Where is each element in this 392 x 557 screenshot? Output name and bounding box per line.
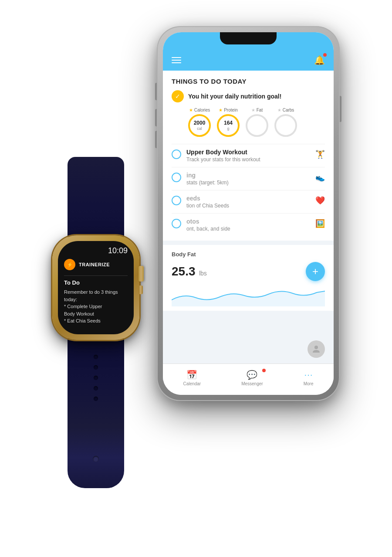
photo-icon: 🖼️ <box>315 219 325 228</box>
calendar-icon: 📅 <box>186 370 197 380</box>
scene: 🔔 THINGS TO DO TODAY ✓ You hit your dail… <box>0 0 392 557</box>
band-holes <box>68 336 124 401</box>
watch-crown-button[interactable] <box>139 285 143 294</box>
watch-app-name: TRAINERIZE <box>79 262 110 267</box>
watch-divider <box>64 275 128 276</box>
todo-chia-title: eeds <box>186 195 310 202</box>
phone-wrapper: 🔔 THINGS TO DO TODAY ✓ You hit your dail… <box>157 26 340 401</box>
band-hole <box>94 355 98 359</box>
nav-more[interactable]: ⋯ More <box>304 370 314 386</box>
star-icon: ★ <box>189 108 193 112</box>
nav-messenger-label: Messenger <box>241 381 263 386</box>
wave-chart <box>172 285 325 306</box>
todo-chia-text: eeds tion of Chia Seeds <box>186 195 310 209</box>
todo-photos-text: otos ont, back, and side <box>186 218 310 232</box>
trainerize-logo: ⚡ <box>64 259 75 270</box>
todo-workout-title: Upper Body Workout <box>186 149 310 156</box>
macro-protein-value: 164 <box>224 120 233 126</box>
shoe-icon: 👟 <box>315 173 325 182</box>
todo-title: THINGS TO DO TODAY <box>172 78 325 85</box>
todo-circle-icon <box>172 149 181 159</box>
menu-icon[interactable] <box>172 57 181 63</box>
band-hole <box>94 376 98 380</box>
watch-case: 10:09 ⚡ TRAINERIZE To Do <box>52 235 139 340</box>
macro-calories: ★ Calories 2000 cal <box>188 108 211 137</box>
messenger-badge <box>262 369 266 372</box>
bell-badge <box>323 53 327 57</box>
body-fat-section: Body Fat 25.3 lbs + <box>163 245 334 311</box>
macro-calories-label: Calories <box>194 108 210 112</box>
bottom-nav: 📅 Calendar 💬 Messenger ⋯ More <box>163 363 334 395</box>
body-fat-unit: lbs <box>199 270 207 277</box>
body-fat-row: 25.3 lbs + <box>172 262 325 281</box>
band-hole <box>94 397 98 401</box>
macro-fat: ★ Fat <box>246 108 268 137</box>
more-icon: ⋯ <box>304 370 313 380</box>
watch-app-row: ⚡ TRAINERIZE <box>64 259 128 270</box>
body-fat-measurement: 25.3 lbs <box>172 265 207 278</box>
watch-body: 10:09 ⚡ TRAINERIZE To Do <box>52 235 139 340</box>
macro-carbs-label: Carbs <box>283 108 294 112</box>
todo-item-running[interactable]: ing stats (target: 5km) 👟 <box>172 167 325 190</box>
nav-messenger[interactable]: 💬 Messenger <box>241 370 263 386</box>
phone-screen: 🔔 THINGS TO DO TODAY ✓ You hit your dail… <box>163 32 334 395</box>
macro-fat-label: Fat <box>257 108 263 112</box>
macro-protein: ★ Protein 164 g <box>217 108 240 137</box>
watch-time: 10:09 <box>64 246 128 255</box>
nav-more-label: More <box>304 381 314 386</box>
dumbbell-icon: 🏋️ <box>315 149 325 159</box>
nutrition-label: You hit your daily nutrition goal! <box>188 93 281 100</box>
todo-item-photos[interactable]: otos ont, back, and side 🖼️ <box>172 213 325 236</box>
watch-screen-content: 10:09 ⚡ TRAINERIZE To Do <box>58 241 134 334</box>
todo-circle-icon <box>172 219 181 228</box>
phone-header: 🔔 <box>163 51 334 71</box>
svg-text:⚡: ⚡ <box>67 262 73 268</box>
todo-running-text: ing stats (target: 5km) <box>186 172 310 186</box>
band-hole <box>94 386 98 391</box>
phone-content: THINGS TO DO TODAY ✓ You hit your daily … <box>163 71 334 386</box>
macro-calories-value: 2000 <box>194 120 206 126</box>
phone-notch <box>220 32 277 44</box>
todo-chia-subtitle: tion of Chia Seeds <box>186 203 310 209</box>
body-fat-title: Body Fat <box>172 251 325 258</box>
macro-fat-circle <box>246 114 268 137</box>
add-body-fat-button[interactable]: + <box>306 262 325 281</box>
macro-carbs-circle <box>274 114 297 137</box>
avatar <box>308 340 325 358</box>
todo-running-title: ing <box>186 172 310 179</box>
macro-row: ★ Calories 2000 cal <box>172 108 325 137</box>
band-hole <box>94 365 98 370</box>
todo-photos-subtitle: ont, back, and side <box>186 226 310 232</box>
macro-calories-unit: cal <box>197 126 202 131</box>
watch-screen: 10:09 ⚡ TRAINERIZE To Do <box>58 241 134 334</box>
nutrition-row: ✓ You hit your daily nutrition goal! <box>172 90 325 102</box>
star-grey-icon: ★ <box>277 108 281 112</box>
watch-notification-title: To Do <box>64 279 128 286</box>
macro-protein-label: Protein <box>224 108 238 112</box>
nav-calendar[interactable]: 📅 Calendar <box>183 370 201 386</box>
todo-section: THINGS TO DO TODAY ✓ You hit your daily … <box>163 71 334 241</box>
star-grey-icon: ★ <box>251 108 255 112</box>
macro-protein-unit: g <box>227 126 229 131</box>
macro-calories-circle: 2000 cal <box>188 114 211 137</box>
macro-protein-circle: 164 g <box>217 114 240 137</box>
watch-notification-body: Remember to do 3 things today:* Complete… <box>64 289 128 325</box>
heart-icon: ❤️ <box>315 196 325 205</box>
watch-crown <box>139 266 144 282</box>
nutrition-check-icon: ✓ <box>172 90 184 102</box>
watch-wrapper: 10:09 ⚡ TRAINERIZE To Do <box>22 157 170 488</box>
phone-frame: 🔔 THINGS TO DO TODAY ✓ You hit your dail… <box>157 26 340 401</box>
todo-circle-icon <box>172 196 181 205</box>
todo-running-subtitle: stats (target: 5km) <box>186 180 310 186</box>
todo-item-workout[interactable]: Upper Body Workout Track your stats for … <box>172 144 325 167</box>
chat-icon: 💬 <box>247 370 257 380</box>
bell-icon[interactable]: 🔔 <box>314 55 325 65</box>
todo-photos-title: otos <box>186 218 310 225</box>
star-icon: ★ <box>219 108 223 112</box>
svg-point-0 <box>314 346 318 349</box>
todo-workout-text: Upper Body Workout Track your stats for … <box>186 149 310 163</box>
todo-circle-icon <box>172 173 181 182</box>
nav-calendar-label: Calendar <box>183 381 201 386</box>
macro-carbs: ★ Carbs <box>274 108 297 137</box>
todo-item-chia[interactable]: eeds tion of Chia Seeds ❤️ <box>172 190 325 213</box>
